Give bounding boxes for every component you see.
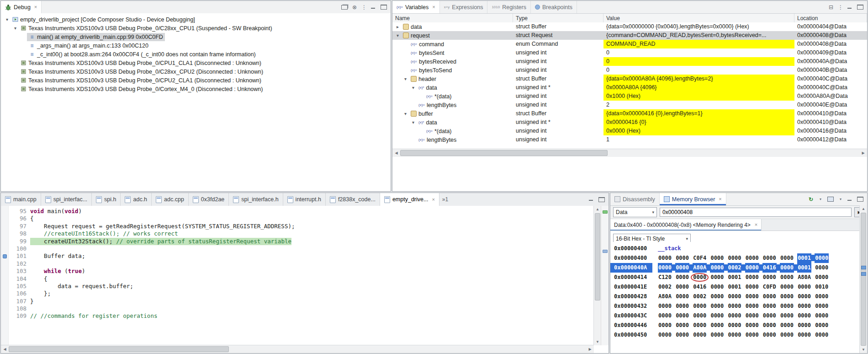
tab-memory-browser[interactable]: Memory Browser × [660,193,726,205]
memory-value[interactable]: 0000 [762,273,777,282]
memory-value[interactable]: 0000 [745,321,759,330]
code-line[interactable]: 100 [1,245,594,252]
close-icon[interactable]: × [432,5,435,10]
memory-rendering-tab[interactable]: Data:0x400 - 0x00000408(-0x8) <Memory Re… [610,219,762,231]
memory-value[interactable]: 0000 [780,292,794,301]
scrollbar-thumb[interactable] [595,213,600,300]
memory-value[interactable]: 0000 [745,273,759,282]
column-value[interactable]: Value [603,14,794,23]
scrollbar-thumb[interactable] [400,150,608,156]
memory-value[interactable]: 0000 [780,263,794,273]
memory-value[interactable]: 0416 [762,263,777,273]
memory-value[interactable]: 0000 [762,253,777,263]
debug-tree-item[interactable]: ≡_args_main() at args_main.c:133 0x00C12… [1,41,391,50]
memory-value[interactable]: 0000 [675,301,689,311]
memory-value[interactable]: 0000 [797,311,811,321]
memory-value[interactable]: 0000 [745,301,759,311]
memory-row[interactable]: 0x00000414C120 0000 0000 0000 0001 0000 … [610,273,859,282]
code-area[interactable]: 95void main(void)96{97 Request request =… [1,206,594,345]
memory-value[interactable]: 0000 [728,253,742,263]
memory-value[interactable]: 0000 [658,330,672,340]
debug-tree-item[interactable]: Texas Instruments XDS100v3 USB Debug Pro… [1,85,391,93]
memory-value[interactable]: 0000 [728,330,742,340]
editor-tab[interactable]: 0x3fd2ae [189,193,229,206]
expander-icon[interactable]: ▾ [12,26,19,31]
editor-hscrollbar[interactable]: ◀ ▶ [1,345,594,353]
collapse-all-icon[interactable]: ⊟ [828,4,834,11]
memory-row[interactable]: 0x000004500000 0000 0000 0000 0000 0000 … [610,330,859,340]
variable-row[interactable]: ▸datastruct Buffer{data=0x00000000 {0x00… [392,22,867,31]
memory-value[interactable]: 0000 [710,273,724,282]
editor-tab[interactable]: empty_drive...× [380,193,439,206]
memory-value[interactable]: C0F4 [693,253,707,263]
debug-tree-item[interactable]: ≡_c_int00() at boot28.asm:264 0x00C0F4 (… [1,50,391,59]
code-line[interactable]: 106 }; [1,290,594,297]
debug-tree-item[interactable]: Texas Instruments XDS100v3 USB Debug Pro… [1,67,391,76]
variable-row[interactable]: (x)=*(data)unsigned int0x1000 (Hex)0x000… [392,92,867,101]
memory-value[interactable]: 0000 [815,263,829,273]
maximize-icon[interactable] [857,197,863,202]
code-line[interactable]: 99 createUInt32Stack(); // override part… [1,238,594,245]
scroll-up-icon[interactable]: ▲ [594,206,601,213]
view-menu-icon[interactable]: ⋮ [361,4,367,11]
expander-icon[interactable]: ▾ [402,76,409,81]
memory-value[interactable]: 0000 [815,330,829,340]
memory-value[interactable]: 0001 [797,253,811,263]
memory-value[interactable]: 0000 [762,321,777,330]
code-line[interactable]: 95void main(void) [1,208,594,215]
tab-overflow-indicator[interactable]: »1 [439,193,451,206]
restore-view-icon[interactable] [341,5,348,10]
variable-row[interactable]: ▾(x)*dataunsigned int *0x00000416 {0}0x0… [392,118,867,127]
memory-value[interactable]: 0000 [710,253,724,263]
memory-value[interactable]: 0000 [658,311,672,321]
memory-value[interactable]: 0000 [745,253,759,263]
memory-address-input[interactable] [660,208,852,217]
memory-value[interactable]: 0000 [710,330,724,340]
minimize-icon[interactable] [371,5,376,10]
debug-tree-item[interactable]: ▾empty_driverlib_project [Code Composer … [1,15,391,24]
variables-hscrollbar[interactable]: ◀ ▶ [392,149,867,157]
code-line[interactable]: 107} [1,298,594,305]
memory-value[interactable]: 0000 [815,311,829,321]
memory-value[interactable]: 0002 [728,263,742,273]
memory-space-select[interactable]: Data ▾ [613,207,657,217]
memory-value[interactable]: 0001 [728,282,742,292]
refresh-icon[interactable]: ↻ [808,196,814,203]
memory-value[interactable]: 0000 [780,330,794,340]
memory-row[interactable]: 0x000004000000 0000 C0F4 0000 0000 0000 … [610,253,859,263]
editor-tab[interactable]: interrupt.h [283,193,326,206]
memory-row[interactable]: 0x000004460000 0000 0000 0000 0000 0000 … [610,321,859,330]
scrollbar-thumb[interactable] [861,213,866,346]
minimize-icon[interactable] [847,197,853,202]
column-location[interactable]: Location [794,14,867,23]
close-icon[interactable]: × [719,197,721,202]
memory-value[interactable]: 0000 [728,301,742,311]
memory-value[interactable]: 0000 [762,301,777,311]
view-menu-icon[interactable]: ⋮ [838,4,843,11]
code-line[interactable]: 103 while (true) [1,268,594,275]
monitor-menu-icon[interactable]: ▾ [838,197,843,201]
memory-value[interactable]: 0002 [658,282,672,292]
memory-value[interactable]: 0000 [693,273,707,282]
code-line[interactable]: 105 data = request.buffer; [1,283,594,290]
monitor-icon[interactable] [827,197,834,202]
close-icon[interactable]: × [34,5,37,10]
memory-value[interactable]: 0000 [710,263,724,273]
memory-value[interactable]: 0000 [710,321,724,330]
scroll-left-icon[interactable]: ◀ [392,149,400,157]
expander-icon[interactable]: ▾ [410,120,417,125]
editor-tab[interactable]: f2838x_code... [326,193,380,206]
editor-tab[interactable]: adc.cpp [152,193,189,206]
variable-row[interactable]: (x)=bytesSentunsigned int00x00000409@Dat… [392,48,867,57]
column-type[interactable]: Type [513,14,603,23]
memory-value[interactable]: 0002 [693,292,707,301]
memory-value[interactable]: 0000 [675,321,689,330]
memory-value[interactable]: 0000 [745,311,759,321]
variable-row[interactable]: (x)=commandenum CommandCOMMAND_READ0x000… [392,40,867,48]
maximize-icon[interactable] [857,5,863,10]
memory-row[interactable]: 0x0000041E0002 0000 0416 0000 0001 0000 … [610,282,859,292]
expander-icon[interactable]: ▾ [410,85,417,90]
memory-value[interactable]: 0000 [780,282,794,292]
scroll-left-icon[interactable]: ◀ [1,345,9,353]
memory-value[interactable]: 0000 [780,301,794,311]
